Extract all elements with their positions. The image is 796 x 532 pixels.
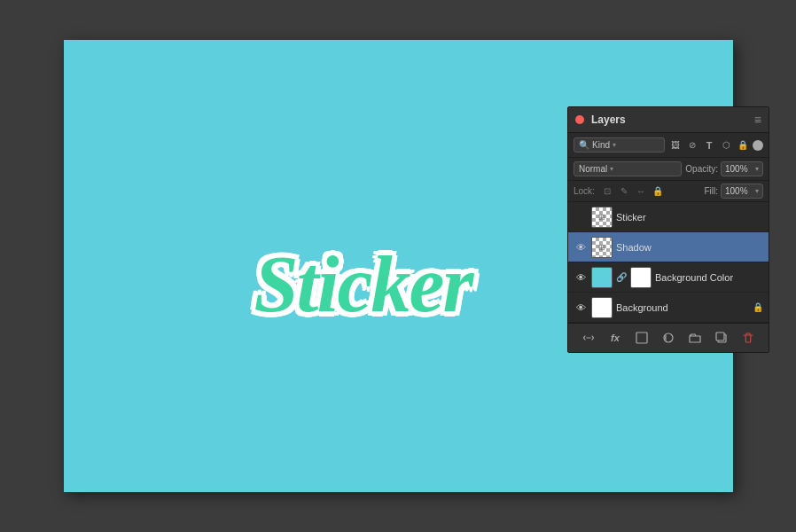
thumb-white-bg-color: [631, 268, 651, 287]
thumb-teal-bg-color: [592, 268, 612, 287]
opacity-label: Opacity:: [685, 164, 718, 174]
layer-thumb-shadow: ⊞: [591, 237, 613, 258]
thumb-icon-sticker: ⊞: [598, 213, 605, 222]
lock-artboard-btn[interactable]: ↔: [634, 184, 648, 199]
fill-number: 100%: [725, 186, 748, 196]
layer-item-shadow[interactable]: 👁 ⊞ Shadow: [568, 232, 769, 262]
panel-header-left: Layers: [575, 113, 626, 126]
panel-title: Layers: [591, 113, 626, 126]
opacity-control: Opacity: 100% ▾: [685, 161, 763, 176]
thumb-icon-shadow: ⊞: [598, 243, 605, 252]
filter-selected-icon[interactable]: [753, 140, 763, 151]
new-layer-button[interactable]: [713, 329, 730, 347]
layers-panel: Layers ≡ 🔍 Kind ▾ 🖼 ⊘ T ⬡ 🔒 Normal ▾ Opa…: [567, 106, 769, 353]
layer-fx-button[interactable]: fx: [606, 329, 624, 347]
opacity-number: 100%: [725, 164, 748, 174]
svg-rect-5: [716, 332, 724, 340]
layer-visibility-shadow[interactable]: 👁: [574, 240, 588, 254]
fx-label: fx: [611, 332, 620, 343]
layer-thumb-sticker: ⊞: [591, 207, 613, 228]
add-adjustment-button[interactable]: [659, 329, 677, 347]
lock-row: Lock: ⊡ ✎ ↔ 🔒 Fill: 100% ▾: [568, 181, 769, 202]
lock-icons: ⊡ ✎ ↔ 🔒: [600, 184, 701, 199]
layer-visibility-sticker[interactable]: 👁: [574, 210, 588, 224]
lock-pixels-btn[interactable]: ⊡: [600, 184, 614, 199]
panel-menu-icon[interactable]: ≡: [754, 113, 761, 127]
fill-label: Fill:: [704, 186, 718, 196]
delete-layer-button[interactable]: [739, 329, 757, 347]
blend-mode-label: Normal: [579, 164, 607, 174]
lock-label: Lock:: [574, 186, 595, 196]
layer-visibility-bg-color[interactable]: 👁: [574, 270, 588, 285]
layer-thumb-bg-color-mask: [630, 267, 652, 288]
filter-chevron-icon: ▾: [613, 141, 616, 149]
layer-lock-icon: 🔒: [753, 302, 763, 312]
opacity-chevron-icon: ▾: [755, 165, 759, 173]
filter-icons: 🖼 ⊘ T ⬡ 🔒: [668, 138, 763, 153]
filter-shape-icon[interactable]: ⬡: [719, 138, 733, 153]
sticker-text: Sticker: [254, 239, 472, 330]
add-mask-button[interactable]: [633, 329, 651, 347]
layer-name-background: Background: [616, 302, 749, 313]
filter-row: 🔍 Kind ▾ 🖼 ⊘ T ⬡ 🔒: [568, 133, 769, 158]
fill-chevron-icon: ▾: [755, 187, 759, 195]
filter-image-icon[interactable]: 🖼: [668, 138, 683, 153]
group-layers-button[interactable]: [686, 329, 704, 347]
panel-header: Layers ≡: [568, 107, 769, 133]
svg-rect-2: [638, 334, 645, 341]
layer-item-sticker[interactable]: 👁 ⊞ Sticker: [568, 202, 769, 232]
opacity-value[interactable]: 100% ▾: [721, 161, 763, 176]
layer-name-shadow: Shadow: [616, 242, 763, 253]
lock-position-btn[interactable]: ✎: [617, 184, 631, 199]
filter-adjustment-icon[interactable]: ⊘: [685, 138, 699, 153]
layer-name-background-color: Background Color: [655, 272, 763, 283]
layer-thumb-background: [591, 297, 613, 318]
panel-footer: fx: [568, 323, 769, 352]
filter-kind-label: Kind: [592, 140, 610, 150]
filter-smart-icon[interactable]: 🔒: [736, 138, 750, 153]
thumb-white-background: [592, 298, 612, 317]
fill-value[interactable]: 100% ▾: [721, 184, 763, 199]
blend-opacity-row: Normal ▾ Opacity: 100% ▾: [568, 158, 769, 181]
layer-visibility-background[interactable]: 👁: [574, 301, 588, 315]
blend-chevron-icon: ▾: [610, 165, 613, 173]
link-layers-button[interactable]: [580, 329, 597, 347]
filter-kind-dropdown[interactable]: 🔍 Kind ▾: [574, 137, 665, 153]
layer-thumb-bg-color: [591, 267, 613, 288]
layer-name-sticker: Sticker: [616, 212, 763, 223]
blend-mode-dropdown[interactable]: Normal ▾: [574, 161, 682, 176]
filter-type-icon[interactable]: T: [702, 138, 716, 153]
panel-close-button[interactable]: [575, 115, 584, 124]
fill-control: Fill: 100% ▾: [704, 184, 763, 199]
layer-item-background[interactable]: 👁 Background 🔒: [568, 293, 769, 323]
layer-chain-icon: 🔗: [616, 272, 627, 282]
lock-all-btn[interactable]: 🔒: [651, 184, 665, 199]
layer-item-background-color[interactable]: 👁 🔗 Background Color: [568, 262, 769, 293]
